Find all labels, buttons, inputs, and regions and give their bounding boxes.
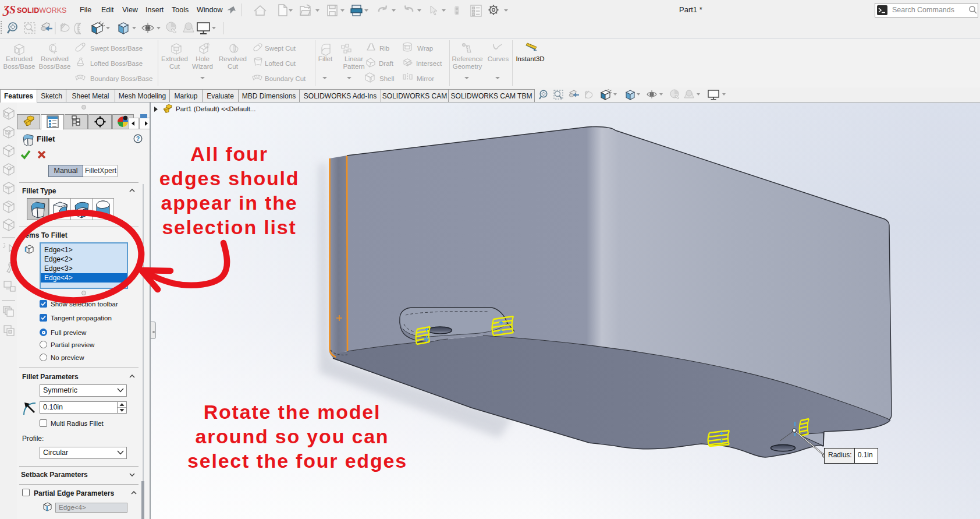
svg-text:SOLIDWORKS: SOLIDWORKS — [17, 6, 66, 15]
svg-text:?: ? — [136, 135, 140, 142]
svg-text:ƷS: ƷS — [2, 3, 16, 16]
